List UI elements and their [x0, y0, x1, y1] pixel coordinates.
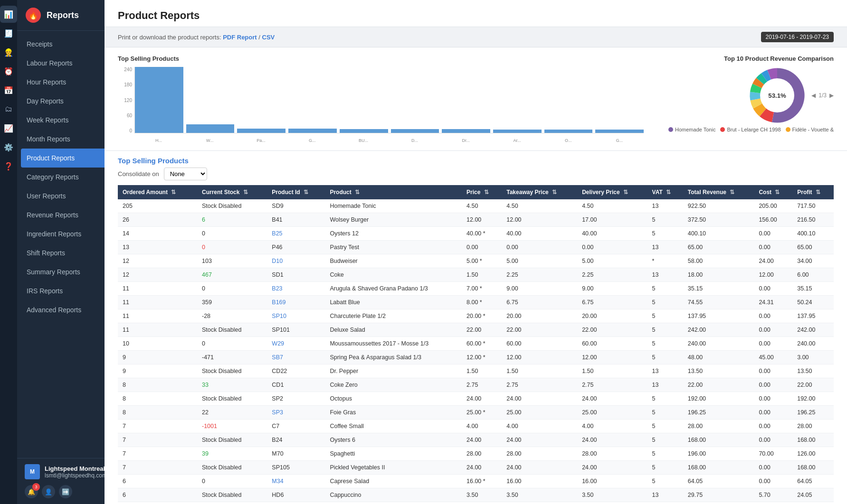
col-product[interactable]: Product ⇅: [325, 185, 462, 199]
cell-product-id[interactable]: M34: [267, 475, 325, 488]
cell-product-id[interactable]: SP3: [267, 406, 325, 420]
sidebar-item-summary[interactable]: Summary Reports: [17, 262, 114, 281]
col-total-revenue[interactable]: Total Revenue ⇅: [683, 185, 754, 199]
sidebar-item-advanced[interactable]: Advanced Reports: [17, 300, 114, 319]
cell-product-id[interactable]: B169: [267, 296, 325, 309]
cell-current-stock: Stock Disabled: [197, 461, 267, 475]
cell-current-stock[interactable]: 0: [197, 241, 267, 254]
csv-link[interactable]: CSV: [262, 34, 275, 41]
cell-current-stock[interactable]: 33: [197, 378, 267, 392]
cell-product: Budweiser: [325, 254, 462, 268]
user-icon[interactable]: 👤: [42, 485, 55, 498]
cell-product-id[interactable]: W29: [267, 337, 325, 351]
nav-icon-dashboard[interactable]: 📊: [0, 6, 17, 23]
sidebar-item-shift[interactable]: Shift Reports: [17, 243, 114, 262]
col-profit[interactable]: Profit ⇅: [792, 185, 834, 199]
cell-link[interactable]: M34: [272, 478, 283, 485]
cell-link[interactable]: SP10: [272, 313, 286, 319]
table-row: 266B41Wolsey Burger12.0012.0017.005372.5…: [118, 213, 834, 227]
nav-icon-calendar[interactable]: 📅: [0, 82, 17, 99]
cell-current-stock: 359: [197, 296, 267, 309]
cell-delivery-price: 5.00: [577, 254, 647, 268]
cell-link[interactable]: 6: [202, 216, 205, 223]
cell-product-id[interactable]: B25: [267, 227, 325, 241]
cell-current-stock[interactable]: 6: [197, 213, 267, 227]
sort-icon: ⇅: [243, 189, 248, 196]
cell-profit: 137.95: [792, 309, 834, 323]
cell-cost: 205.00: [754, 199, 792, 213]
cell-link[interactable]: SP3: [272, 409, 283, 416]
cell-takeaway-price: 4.50: [502, 199, 577, 213]
cell-current-stock[interactable]: 39: [197, 447, 267, 461]
sidebar-logo: 🔥 Reports: [17, 0, 114, 31]
cell-current-stock[interactable]: 467: [197, 268, 267, 282]
cell-link[interactable]: SB7: [272, 354, 283, 361]
cell-price: 20.00 *: [462, 309, 502, 323]
pie-prev-icon[interactable]: ◀: [811, 92, 816, 99]
col-current-stock[interactable]: Current Stock ⇅: [197, 185, 267, 199]
cell-product-id[interactable]: B23: [267, 282, 325, 296]
nav-icon-question[interactable]: ❓: [0, 158, 17, 175]
sidebar-item-revenue[interactable]: Revenue Reports: [17, 205, 114, 224]
pdf-link[interactable]: PDF Report: [223, 34, 257, 41]
sidebar-item-category[interactable]: Category Reports: [17, 168, 114, 187]
col-price[interactable]: Price ⇅: [462, 185, 502, 199]
table-row: 9-471SB7Spring Pea & Asparagus Salad 1/3…: [118, 351, 834, 364]
sidebar-item-month[interactable]: Month Reports: [17, 130, 114, 149]
cell-vat: 5: [647, 323, 683, 337]
cell-product: Coke: [325, 268, 462, 282]
cell-link[interactable]: 0: [202, 244, 205, 251]
cell-link[interactable]: 467: [202, 271, 212, 278]
col-ordered-amount[interactable]: Ordered Amount ⇅: [118, 185, 197, 199]
nav-icon-labour[interactable]: 👷: [0, 44, 17, 61]
col-delivery-price[interactable]: Delivery Price ⇅: [577, 185, 647, 199]
table-row: 8Stock DisabledSP2Octopus24.0024.0024.00…: [118, 392, 834, 406]
cell-product-id[interactable]: SP10: [267, 309, 325, 323]
consolidate-select[interactable]: None Product Category: [164, 168, 207, 180]
sidebar-item-receipts[interactable]: Receipts: [17, 35, 114, 54]
cell-product-id[interactable]: SB7: [267, 351, 325, 364]
cell-product-id[interactable]: D10: [267, 254, 325, 268]
cell-link[interactable]: -1001: [202, 423, 217, 429]
cell-price: 1.50: [462, 268, 502, 282]
cell-delivery-price: 24.00: [577, 433, 647, 447]
cell-product: Deluxe Salad: [325, 323, 462, 337]
nav-icon-layers[interactable]: 🗂: [0, 101, 17, 118]
cell-cost: 0.00: [754, 461, 792, 475]
sidebar-item-user[interactable]: User Reports: [17, 187, 114, 205]
sidebar-item-week[interactable]: Week Reports: [17, 111, 114, 130]
nav-icon-chart[interactable]: 📈: [0, 120, 17, 137]
cell-link[interactable]: B23: [272, 285, 282, 292]
cell-link[interactable]: 39: [202, 450, 209, 457]
cell-product: Arugula & Shaved Grana Padano 1/3: [325, 282, 462, 296]
cell-link[interactable]: 33: [202, 382, 209, 388]
col-takeaway-price[interactable]: Takeaway Price ⇅: [502, 185, 577, 199]
cell-product: Labatt Blue: [325, 296, 462, 309]
sidebar-item-day[interactable]: Day Reports: [17, 92, 114, 111]
sidebar-item-labour[interactable]: Labour Reports: [17, 54, 114, 73]
nav-icon-receipts[interactable]: 🧾: [0, 25, 17, 42]
col-vat[interactable]: VAT ⇅: [647, 185, 683, 199]
col-product-id[interactable]: Product Id ⇅: [267, 185, 325, 199]
cell-delivery-price: 60.00: [577, 337, 647, 351]
cell-link[interactable]: B169: [272, 299, 286, 306]
cell-link[interactable]: B25: [272, 230, 282, 237]
nav-icon-settings[interactable]: ⚙️: [0, 139, 17, 156]
notifications-icon[interactable]: 🔔 3: [25, 485, 38, 498]
cell-takeaway-price: 40.00: [502, 227, 577, 241]
cell-current-stock[interactable]: -1001: [197, 420, 267, 433]
legend-item: Homemade Tonic: [668, 127, 715, 132]
bar-label-Dr...: Dr...: [442, 138, 490, 143]
cell-product: Foie Gras: [325, 406, 462, 420]
cell-link[interactable]: W29: [272, 340, 284, 347]
cell-profit: 240.00: [792, 337, 834, 351]
sidebar-item-irs[interactable]: IRS Reports: [17, 281, 114, 300]
logout-icon[interactable]: ➡️: [59, 485, 72, 498]
col-cost[interactable]: Cost ⇅: [754, 185, 792, 199]
sidebar-item-hour[interactable]: Hour Reports: [17, 73, 114, 92]
sidebar-item-ingredient[interactable]: Ingredient Reports: [17, 224, 114, 243]
pie-next-icon[interactable]: ▶: [829, 92, 834, 99]
sidebar-item-product[interactable]: Product Reports: [21, 149, 111, 168]
cell-link[interactable]: D10: [272, 258, 283, 264]
nav-icon-clock[interactable]: ⏰: [0, 63, 17, 80]
